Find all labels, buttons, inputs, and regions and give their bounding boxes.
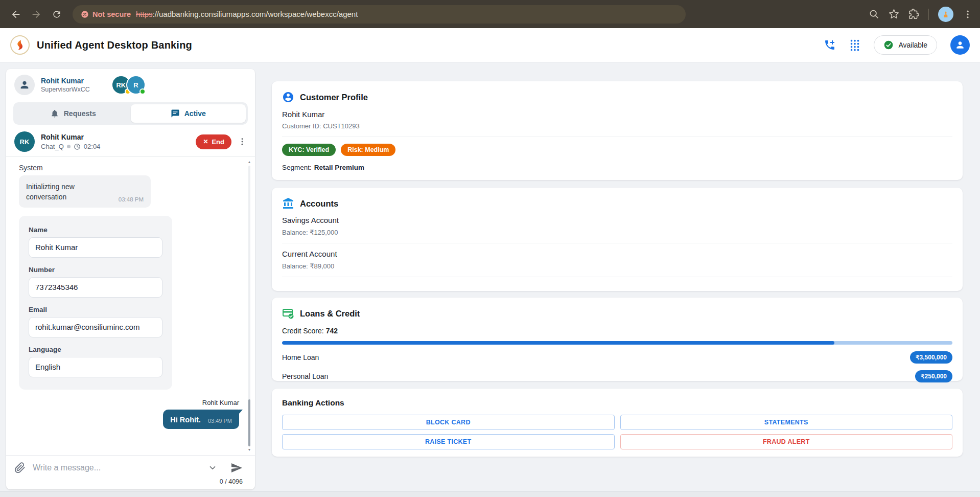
number-label: Number: [29, 266, 162, 274]
url-scheme: https: [136, 10, 153, 18]
person-icon: [955, 40, 965, 50]
account-row-current: Current Account Balance: ₹89,000: [282, 243, 952, 277]
available-check-icon: [883, 40, 894, 50]
end-chat-button[interactable]: ✕ End: [196, 134, 231, 149]
agent-meta: Rohit Kumar SupervisorWxCC: [41, 77, 90, 93]
chat-timer: 02:04: [84, 143, 101, 150]
browser-profile-avatar[interactable]: [938, 7, 953, 22]
chat-options-kebab-icon[interactable]: [238, 137, 247, 146]
send-icon[interactable]: [230, 462, 243, 474]
block-card-button[interactable]: BLOCK CARD: [282, 415, 615, 430]
fraud-alert-button[interactable]: FRAUD ALERT: [620, 434, 953, 449]
character-counter: 0 / 4096: [14, 478, 243, 485]
agent-name: Rohit Kumar: [41, 77, 90, 85]
language-field[interactable]: [29, 357, 162, 377]
credit-score-label: Credit Score:: [282, 327, 324, 335]
availability-selector[interactable]: Available: [874, 35, 937, 55]
loans-credit-card: Loans & Credit Credit Score:742 Home Loa…: [272, 298, 963, 381]
horizontal-scrollbar[interactable]: [0, 491, 980, 497]
header-actions: Available: [824, 35, 970, 55]
tab-active[interactable]: Active: [131, 104, 246, 123]
risk-badge: Risk: Medium: [341, 144, 395, 156]
security-label: Not secure: [92, 10, 131, 18]
system-message-bubble: Initializting new conversation 03:48 PM: [19, 175, 151, 208]
attachment-paperclip-icon[interactable]: [14, 462, 26, 473]
outgoing-sender-label: Rohit Kumar: [19, 399, 242, 406]
chevron-down-icon[interactable]: [208, 463, 217, 472]
tab-active-label: Active: [184, 109, 206, 118]
agent-profile-button[interactable]: [950, 35, 970, 55]
active-chat-item[interactable]: RK Rohit Kumar Chat_Q 02:04 ✕ End: [6, 129, 255, 156]
avatar-r[interactable]: R: [126, 75, 146, 95]
presence-avatars: RK R: [111, 75, 146, 95]
contact-meta: Rohit Kumar Chat_Q 02:04: [41, 133, 100, 150]
tab-requests[interactable]: Requests: [15, 104, 131, 123]
scrollbar-thumb[interactable]: [248, 399, 250, 446]
scroll-up-arrow-icon[interactable]: ▲: [248, 160, 251, 164]
banking-actions-title: Banking Actions: [282, 398, 952, 408]
chat-scrollbar[interactable]: ▲ ▼: [247, 160, 252, 452]
outgoing-message-time: 03:49 PM: [208, 418, 232, 424]
url-rest: ://uadbanking.consiliumapps.com/workspac…: [152, 10, 358, 18]
form-field-language: Language: [29, 346, 162, 377]
raise-ticket-button[interactable]: RAISE TICKET: [282, 434, 615, 449]
browser-menu-kebab-icon[interactable]: [963, 9, 973, 19]
system-message-text: Initializting new conversation: [26, 182, 103, 202]
close-icon: ✕: [203, 138, 208, 145]
avatar-rk-initials: RK: [116, 81, 126, 89]
chat-transcript: System Initializting new conversation 03…: [6, 157, 255, 455]
account-row-savings: Savings Account Balance: ₹125,000: [282, 210, 952, 243]
credit-card-check-icon: [282, 307, 294, 320]
browser-address-bar[interactable]: Not secure https://uadbanking.consiliuma…: [73, 5, 686, 24]
contact-details-form: Name Number Email Language: [19, 216, 172, 390]
browser-back-button[interactable]: [7, 6, 25, 23]
segment-label: Segment:: [282, 164, 312, 171]
browser-reload-button[interactable]: [48, 6, 65, 23]
scroll-down-arrow-icon[interactable]: ▼: [248, 448, 251, 452]
add-call-icon[interactable]: [824, 39, 836, 51]
bookmark-star-icon[interactable]: [889, 9, 899, 19]
credit-score-value: 742: [326, 327, 338, 335]
composer-actions: [208, 462, 243, 474]
name-label: Name: [29, 226, 162, 234]
kyc-badge: KYC: Verified: [282, 144, 336, 156]
loan-amount-badge: ₹250,000: [915, 370, 952, 382]
email-field[interactable]: [29, 317, 162, 337]
browser-forward-button[interactable]: [28, 6, 45, 23]
customer-profile-icon: [282, 91, 294, 103]
loan-name: Personal Loan: [282, 372, 328, 380]
agent-info-row: Rohit Kumar SupervisorWxCC RK R: [6, 69, 255, 101]
scrollbar-track[interactable]: [248, 166, 250, 446]
contact-sub-row: Chat_Q 02:04: [41, 143, 100, 150]
outgoing-message-bubble: Hi Rohit. 03:49 PM: [163, 410, 239, 429]
availability-status: Available: [898, 41, 927, 49]
accounts-card: Accounts Savings Account Balance: ₹125,0…: [272, 188, 963, 291]
loan-amount-badge: ₹3,500,000: [910, 351, 952, 364]
extensions-icon[interactable]: [908, 9, 919, 19]
profile-figure-icon: [942, 10, 950, 18]
contact-name: Rohit Kumar: [41, 133, 100, 141]
security-chip[interactable]: Not secure: [81, 10, 131, 18]
find-in-page-icon[interactable]: [869, 9, 879, 19]
workspace: Rohit Kumar SupervisorWxCC RK R Requests…: [0, 62, 980, 497]
loan-row-personal: Personal Loan ₹250,000: [282, 370, 952, 382]
divider: [282, 137, 952, 137]
number-field[interactable]: [29, 277, 162, 298]
loan-row-home: Home Loan ₹3,500,000: [282, 351, 952, 364]
account-balance: Balance: ₹89,000: [282, 262, 952, 270]
dialpad-icon[interactable]: [849, 39, 860, 51]
person-icon: [19, 79, 30, 91]
banking-actions-card: Banking Actions BLOCK CARD STATEMENTS RA…: [272, 389, 963, 457]
name-field[interactable]: [29, 237, 162, 258]
flame-logo-icon: [14, 39, 26, 51]
outgoing-message-row: Hi Rohit. 03:49 PM: [19, 406, 242, 429]
form-field-number: Number: [29, 266, 162, 298]
back-arrow-icon: [10, 9, 21, 20]
interaction-sidebar: Rohit Kumar SupervisorWxCC RK R Requests…: [6, 69, 255, 489]
reload-icon: [52, 9, 62, 19]
statements-button[interactable]: STATEMENTS: [620, 415, 953, 430]
toolbar-separator: [928, 9, 929, 20]
clock-icon: [74, 143, 81, 150]
message-input[interactable]: [33, 463, 201, 472]
forward-arrow-icon: [31, 9, 42, 20]
